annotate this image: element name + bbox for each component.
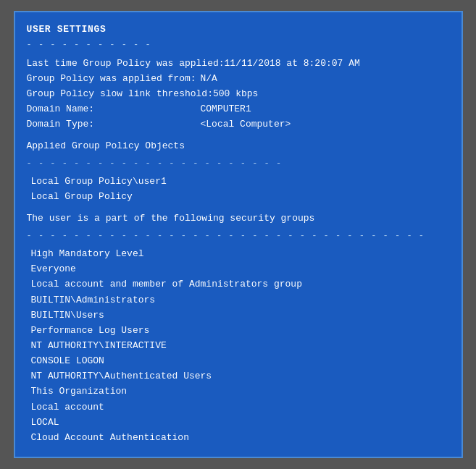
divider-applied: - - - - - - - - - - - - - - - - - - - - … <box>27 157 450 171</box>
list-item: NT AUTHORITY\Authenticated Users <box>27 369 450 384</box>
slow-link-value: 500 kbps <box>213 87 258 101</box>
divider-security: - - - - - - - - - - - - - - - - - - - - … <box>27 229 450 243</box>
last-time-label: Last time Group Policy was applied: <box>27 56 225 71</box>
applied-objects-heading: Applied Group Policy Objects <box>27 139 450 153</box>
user-settings-panel: USER SETTINGS - - - - - - - - - - - Last… <box>14 11 463 458</box>
list-item: Local account <box>27 400 450 415</box>
list-item: CONSOLE LOGON <box>27 354 450 368</box>
list-item: Local Group Policy <box>27 190 450 204</box>
list-item: Local Group Policy\user1 <box>27 174 450 189</box>
list-item: BUILTIN\Users <box>27 308 450 323</box>
list-item: NT AUTHORITY\INTERACTIVE <box>27 339 450 353</box>
list-item: High Mandatory Level <box>27 247 450 261</box>
list-item: Local account and member of Administrato… <box>27 277 450 292</box>
list-item: BUILTIN\Administrators <box>27 293 450 308</box>
last-time-value: 11/11/2018 at 8:20:07 AM <box>225 56 360 71</box>
applied-from-label: Group Policy was applied from: <box>27 72 201 86</box>
list-item: Cloud Account Authentication <box>27 431 450 445</box>
domain-type-label: Domain Type: <box>27 117 201 132</box>
applied-objects-list: Local Group Policy\user1Local Group Poli… <box>27 174 450 204</box>
applied-from-row: Group Policy was applied from: N/A <box>27 72 450 86</box>
last-time-row: Last time Group Policy was applied: 11/1… <box>27 56 450 71</box>
applied-from-value: N/A <box>201 72 217 86</box>
security-groups-list: High Mandatory LevelEveryoneLocal accoun… <box>27 247 450 445</box>
domain-name-label: Domain Name: <box>27 102 201 117</box>
main-container: USER SETTINGS - - - - - - - - - - - Last… <box>0 0 476 469</box>
list-item: This Organization <box>27 384 450 399</box>
slow-link-label: Group Policy slow link threshold: <box>27 87 213 101</box>
domain-type-row: Domain Type: <Local Computer> <box>27 117 450 132</box>
domain-type-value: <Local Computer> <box>201 117 291 132</box>
list-item: Everyone <box>27 262 450 276</box>
list-item: Performance Log Users <box>27 324 450 338</box>
domain-name-row: Domain Name: COMPUTER1 <box>27 102 450 117</box>
slow-link-row: Group Policy slow link threshold: 500 kb… <box>27 87 450 101</box>
domain-name-value: COMPUTER1 <box>201 102 251 117</box>
divider-top: - - - - - - - - - - - <box>27 38 450 52</box>
security-groups-heading: The user is a part of the following secu… <box>27 211 450 226</box>
list-item: LOCAL <box>27 415 450 430</box>
panel-title: USER SETTINGS <box>27 22 450 37</box>
